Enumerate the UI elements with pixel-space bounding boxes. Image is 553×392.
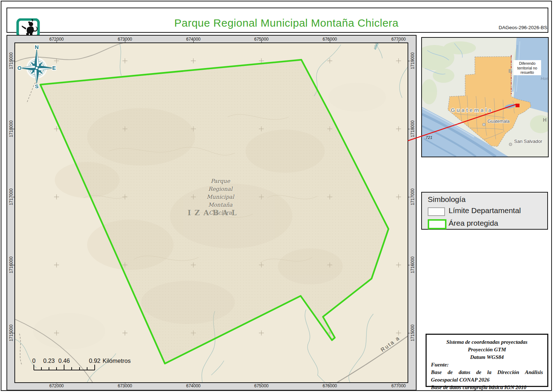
sea-label: Hond [541, 76, 548, 81]
projection-line: Proyección GTM [431, 346, 543, 353]
y-axis-label: 1717000 [410, 183, 415, 211]
map-frame: 672000 673000 674000 675000 676000 67700… [6, 35, 417, 391]
protected-area-swatch-icon [428, 219, 446, 229]
scale-label: 0 [32, 357, 35, 364]
road-number-label: 721 [426, 135, 432, 140]
scale-label: 0.23 [43, 357, 55, 364]
compass-rose-icon: N O E S [17, 44, 56, 89]
y-axis-label: 1716000 [410, 251, 415, 279]
legend-title: Simbología [428, 195, 466, 204]
x-axis-label: 672000 [42, 383, 71, 388]
city-label: San Salvador [514, 139, 543, 144]
x-axis-label: 675000 [247, 383, 276, 388]
map-canvas: N O E S 0 0.23 0.46 0.92 Kilómetros [14, 42, 408, 383]
credits-box: Sistema de coordenadas proyectadas Proye… [426, 334, 548, 387]
territorial-note: Diferendo territorial no resuelto [513, 60, 541, 75]
compass-s-label: S [35, 83, 39, 89]
x-axis-label: 676000 [315, 383, 344, 388]
x-axis-label: 673000 [111, 383, 139, 388]
park-location-marker [516, 104, 520, 107]
y-axis-label: 1719000 [410, 46, 415, 75]
capital-city-label: Guatemala [487, 119, 509, 124]
country-label: Guatemala [451, 107, 493, 113]
department-boundary-swatch-icon [428, 207, 445, 216]
projection-line: Sistema de coordenadas proyectadas [431, 338, 543, 346]
legend-item-label: Área protegida [449, 219, 498, 227]
locator-inset-map: Guatemala Guatemala San Salvador B Ho Ho… [421, 37, 549, 157]
map-sheet: CONAP Parque Regional Municipal Montaña … [0, 0, 553, 392]
source-line: Base de datos cartografía básica IGN 201… [431, 384, 543, 391]
department-label: IZABAL [181, 208, 246, 217]
scale-label: 0.92 [89, 357, 100, 364]
x-axis-label: 677000 [384, 383, 413, 388]
honduras-label: Ho [543, 117, 548, 123]
projection-line: Datum WGS84 [431, 353, 543, 361]
scale-label: 0.46 [58, 357, 70, 364]
x-axis-label: 674000 [179, 383, 208, 388]
belize-label: B [508, 68, 512, 74]
document-id: DAGeos-296-2026-BS [403, 25, 547, 30]
compass-o-label: O [17, 65, 22, 71]
scale-unit-label: Kilómetros [103, 357, 131, 364]
y-axis-label: 1715000 [410, 319, 415, 347]
scale-bar: 0 0.23 0.46 0.92 Kilómetros [32, 357, 131, 370]
source-line: Base de datos de la Dirección Análisis G… [431, 369, 543, 384]
legend-item-label: Límite Departamental [449, 206, 521, 215]
compass-e-label: E [52, 65, 56, 71]
source-heading: Fuente: [431, 361, 543, 369]
compass-n-label: N [35, 44, 39, 50]
legend: Simbología Límite Departamental Área pro… [421, 192, 548, 230]
y-axis-label: 1718000 [410, 114, 415, 143]
